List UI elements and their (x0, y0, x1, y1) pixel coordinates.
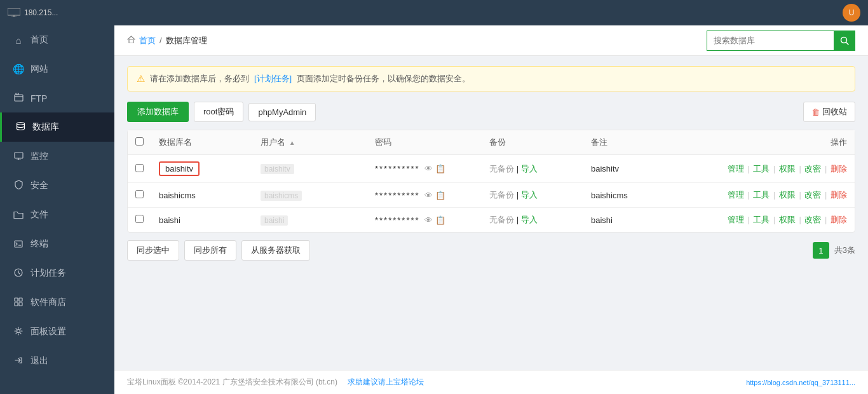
user-avatar[interactable]: U (843, 4, 860, 22)
password-icons[interactable]: 👁 📋 (424, 215, 445, 225)
password-cell: ********** 👁 📋 (367, 155, 482, 183)
header: 首页 / 数据库管理 (114, 25, 868, 56)
footer: 宝塔Linux面板 ©2014-2021 广东堡塔安全技术有限公司 (bt.cn… (114, 370, 868, 394)
database-name-highlighted: baishitv (159, 161, 200, 176)
sidebar-item-logout[interactable]: 退出 (0, 346, 114, 376)
topbar: 180.215... U (0, 0, 868, 25)
copy-icon[interactable]: 📋 (435, 164, 445, 173)
action-change-pwd[interactable]: 改密 (804, 215, 821, 224)
phpmyadmin-button[interactable]: phpMyAdmin (248, 103, 316, 121)
home-icon-breadcrumb (127, 36, 135, 45)
sync-all-button[interactable]: 同步所有 (184, 240, 236, 261)
logout-icon (13, 356, 24, 367)
backup-status: 无备份 (489, 190, 514, 200)
row-checkbox[interactable] (135, 190, 144, 198)
sidebar-item-label: 面板设置 (31, 326, 66, 337)
footer-blog-link[interactable]: https://blog.csdn.net/qq_3713111... (746, 379, 855, 386)
password-icons[interactable]: 👁 📋 (424, 164, 445, 173)
backup-status: 无备份 (489, 215, 514, 224)
clock-icon (13, 268, 24, 279)
footer-forum-link[interactable]: 求助建议请上宝塔论坛 (348, 377, 424, 388)
sidebar-item-label: 软件商店 (31, 297, 66, 308)
sidebar-item-cron[interactable]: 计划任务 (0, 259, 114, 288)
sync-selected-button[interactable]: 同步选中 (127, 240, 179, 261)
svg-rect-15 (19, 302, 22, 306)
svg-rect-3 (15, 95, 23, 101)
row-checkbox-cell (128, 208, 151, 233)
row-checkbox[interactable] (135, 164, 144, 172)
backup-status: 无备份 (489, 164, 514, 173)
action-delete[interactable]: 删除 (831, 215, 847, 224)
page-1-button[interactable]: 1 (813, 242, 829, 259)
sidebar: ⌂ 首页 🌐 网站 FTP 数据库 监控 (0, 25, 114, 394)
sidebar-item-database[interactable]: 数据库 (0, 112, 114, 142)
alert-link[interactable]: [计划任务] (254, 73, 292, 85)
action-delete[interactable]: 删除 (831, 164, 847, 173)
sidebar-item-home[interactable]: ⌂ 首页 (0, 25, 114, 55)
copy-icon[interactable]: 📋 (435, 215, 445, 225)
sidebar-item-label: 文件 (31, 209, 48, 221)
password-icons[interactable]: 👁 📋 (424, 191, 445, 200)
sidebar-item-terminal[interactable]: 终端 (0, 229, 114, 259)
action-change-pwd[interactable]: 改密 (804, 190, 821, 200)
header-user: 用户名 ▲ (253, 130, 367, 155)
sort-icon[interactable]: ▲ (289, 139, 295, 146)
sidebar-item-ftp[interactable]: FTP (0, 84, 114, 112)
action-permissions[interactable]: 权限 (779, 164, 796, 173)
svg-rect-12 (15, 298, 18, 301)
sidebar-item-appstore[interactable]: 软件商店 (0, 288, 114, 317)
sidebar-item-website[interactable]: 🌐 网站 (0, 55, 114, 84)
shield-icon (13, 180, 24, 191)
fetch-server-button[interactable]: 从服务器获取 (241, 240, 310, 261)
topbar-ip: 180.215... (24, 8, 58, 17)
eye-icon[interactable]: 👁 (424, 164, 433, 173)
database-name: baishi (159, 215, 180, 225)
action-permissions[interactable]: 权限 (779, 215, 796, 224)
pagination: 1 共3条 (813, 242, 855, 259)
sidebar-item-monitor[interactable]: 监控 (0, 142, 114, 171)
action-permissions[interactable]: 权限 (779, 190, 796, 200)
search-button[interactable] (834, 31, 855, 51)
action-delete[interactable]: 删除 (831, 190, 847, 200)
table-header-row: 数据库名 用户名 ▲ 密码 备份 备注 操作 (128, 130, 855, 155)
search-input[interactable] (707, 31, 834, 51)
action-tools[interactable]: 工具 (753, 215, 770, 224)
eye-icon[interactable]: 👁 (424, 215, 433, 225)
table-row: baishi baishi ********** 👁 📋 (128, 208, 855, 233)
sidebar-item-security[interactable]: 安全 (0, 171, 114, 200)
action-manage[interactable]: 管理 (728, 164, 744, 173)
header-password: 密码 (367, 130, 482, 155)
recycle-icon: 🗑 (811, 107, 820, 117)
action-tools[interactable]: 工具 (753, 164, 770, 173)
alert-text-after: 页面添加定时备份任务，以确保您的数据安全。 (297, 73, 470, 85)
breadcrumb-home[interactable]: 首页 (139, 35, 156, 46)
copy-icon[interactable]: 📋 (435, 191, 445, 200)
svg-point-16 (17, 329, 20, 332)
action-change-pwd[interactable]: 改密 (804, 164, 821, 173)
root-password-button[interactable]: root密码 (194, 102, 243, 122)
backup-import[interactable]: 导入 (521, 164, 538, 173)
svg-point-5 (17, 123, 24, 125)
recycle-button[interactable]: 🗑 回收站 (803, 102, 855, 122)
folder-icon (13, 210, 24, 221)
sidebar-item-label: 首页 (31, 34, 48, 46)
svg-rect-14 (15, 302, 18, 306)
warning-icon: ⚠ (137, 73, 145, 85)
add-database-button[interactable]: 添加数据库 (127, 102, 189, 122)
row-checkbox[interactable] (135, 215, 144, 223)
backup-cell: 无备份 | 导入 (482, 183, 583, 208)
action-tools[interactable]: 工具 (753, 190, 770, 200)
sidebar-item-panel[interactable]: 面板设置 (0, 317, 114, 346)
svg-rect-0 (8, 8, 20, 15)
eye-icon[interactable]: 👁 (424, 191, 433, 200)
action-manage[interactable]: 管理 (728, 190, 744, 200)
database-table: 数据库名 用户名 ▲ 密码 备份 备注 操作 (127, 130, 855, 233)
backup-import[interactable]: 导入 (521, 215, 538, 224)
sidebar-item-files[interactable]: 文件 (0, 200, 114, 229)
select-all-checkbox[interactable] (135, 137, 144, 146)
sidebar-item-label: 安全 (31, 180, 48, 191)
backup-import[interactable]: 导入 (521, 190, 538, 200)
appstore-icon (13, 297, 24, 308)
action-manage[interactable]: 管理 (728, 215, 744, 224)
action-cell: 管理 | 工具 | 权限 | 改密 | 删除 (685, 155, 855, 183)
